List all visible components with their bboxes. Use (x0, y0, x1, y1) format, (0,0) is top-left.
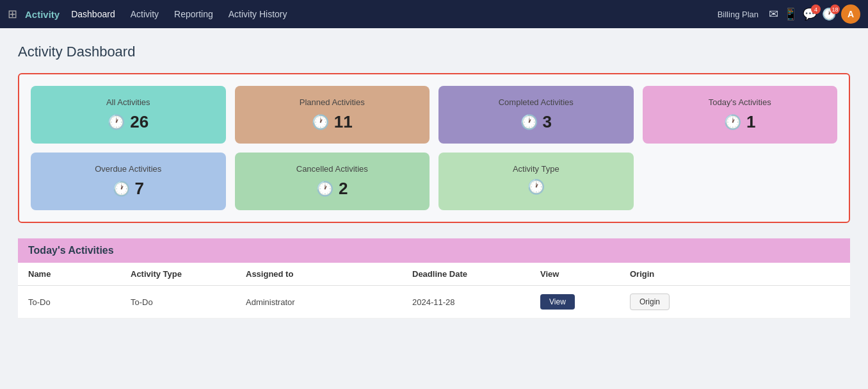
card-planned-activities[interactable]: Planned Activities 🕐 11 (235, 86, 430, 144)
section-header: Today's Activities (18, 238, 850, 263)
card-today-value: 🕐 1 (655, 112, 825, 132)
origin-button[interactable]: Origin (630, 294, 670, 310)
card-cancelled-title: Cancelled Activities (248, 164, 417, 174)
page-content: Activity Dashboard All Activities 🕐 26 P… (0, 28, 868, 334)
card-completed-value: 🕐 3 (451, 112, 621, 132)
table-row: To-Do To-Do Administrator 2024-11-28 Vie… (18, 286, 850, 319)
nav-activity[interactable]: Activity (124, 0, 165, 28)
nav-dashboard[interactable]: Dashboard (65, 0, 122, 28)
card-all-title: All Activities (44, 97, 213, 107)
email-icon[interactable]: ✉ (769, 7, 778, 21)
cards-row2: Overdue Activities 🕐 7 Cancelled Activit… (31, 153, 837, 210)
row-origin-cell: Origin (630, 294, 719, 310)
card-cancelled-activities[interactable]: Cancelled Activities 🕐 2 (235, 153, 430, 210)
todays-activities-section: Today's Activities Name Activity Type As… (18, 238, 850, 319)
billing-plan-label[interactable]: Billing Plan (718, 10, 759, 19)
card-activity-type[interactable]: Activity Type 🕐 (438, 153, 634, 210)
planned-count: 11 (334, 112, 353, 132)
card-overdue-activities[interactable]: Overdue Activities 🕐 7 (31, 153, 226, 210)
row-deadline: 2024-11-28 (412, 297, 540, 307)
all-count: 26 (130, 112, 149, 132)
card-all-value: 🕐 26 (44, 112, 213, 132)
clock-icon: 🕐 (520, 114, 538, 131)
card-cancelled-value: 🕐 2 (248, 179, 417, 199)
card-overdue-title: Overdue Activities (44, 164, 213, 174)
row-name: To-Do (28, 297, 131, 307)
row-assigned-to: Administrator (246, 297, 412, 307)
overdue-count: 7 (135, 179, 144, 199)
right-icons: Billing Plan ✉ 📱 💬 4 🕐 18 A (718, 4, 860, 24)
col-deadline: Deadline Date (412, 269, 540, 279)
clock-icon: 🕐 (724, 114, 741, 131)
cards-container: All Activities 🕐 26 Planned Activities 🕐… (18, 73, 850, 223)
card-activity-type-value: 🕐 (451, 179, 621, 195)
card-all-activities[interactable]: All Activities 🕐 26 (31, 86, 226, 144)
top-navbar: ⊞ Activity Dashboard Activity Reporting … (0, 0, 868, 28)
card-overdue-value: 🕐 7 (44, 179, 213, 199)
clock-badge: 18 (830, 4, 840, 14)
card-today-title: Today's Activities (655, 97, 825, 107)
clock-icon[interactable]: 🕐 18 (822, 7, 836, 21)
chat-icon[interactable]: 💬 4 (803, 7, 817, 21)
clock-icon: 🕐 (527, 179, 545, 195)
clock-icon: 🕐 (316, 181, 334, 197)
row-view-cell: View (540, 294, 630, 310)
cancelled-count: 2 (339, 179, 348, 199)
col-origin: Origin (630, 269, 719, 279)
user-avatar[interactable]: A (841, 4, 860, 24)
row-activity-type: To-Do (131, 297, 246, 307)
col-name: Name (28, 269, 131, 279)
col-view: View (540, 269, 630, 279)
card-empty (643, 153, 838, 210)
table-header: Name Activity Type Assigned to Deadline … (18, 263, 850, 286)
view-button[interactable]: View (540, 294, 575, 310)
cards-row1: All Activities 🕐 26 Planned Activities 🕐… (31, 86, 837, 144)
today-count: 1 (746, 112, 755, 132)
clock-icon: 🕐 (113, 181, 130, 197)
col-activity-type: Activity Type (131, 269, 246, 279)
app-name[interactable]: Activity (25, 9, 60, 20)
nav-reporting[interactable]: Reporting (168, 0, 220, 28)
card-activity-type-title: Activity Type (451, 164, 621, 174)
grid-icon[interactable]: ⊞ (8, 7, 17, 21)
chat-badge: 4 (811, 4, 821, 14)
card-planned-title: Planned Activities (248, 97, 417, 107)
completed-count: 3 (543, 112, 552, 132)
card-completed-activities[interactable]: Completed Activities 🕐 3 (438, 86, 634, 144)
clock-icon: 🕐 (312, 114, 329, 131)
clock-icon: 🕐 (108, 114, 125, 131)
page-title: Activity Dashboard (18, 44, 850, 60)
whatsapp-icon[interactable]: 📱 (784, 7, 798, 21)
nav-history[interactable]: Activity History (222, 0, 294, 28)
card-planned-value: 🕐 11 (248, 112, 417, 132)
card-today-activities[interactable]: Today's Activities 🕐 1 (643, 86, 838, 144)
card-completed-title: Completed Activities (451, 97, 621, 107)
col-assigned-to: Assigned to (246, 269, 412, 279)
